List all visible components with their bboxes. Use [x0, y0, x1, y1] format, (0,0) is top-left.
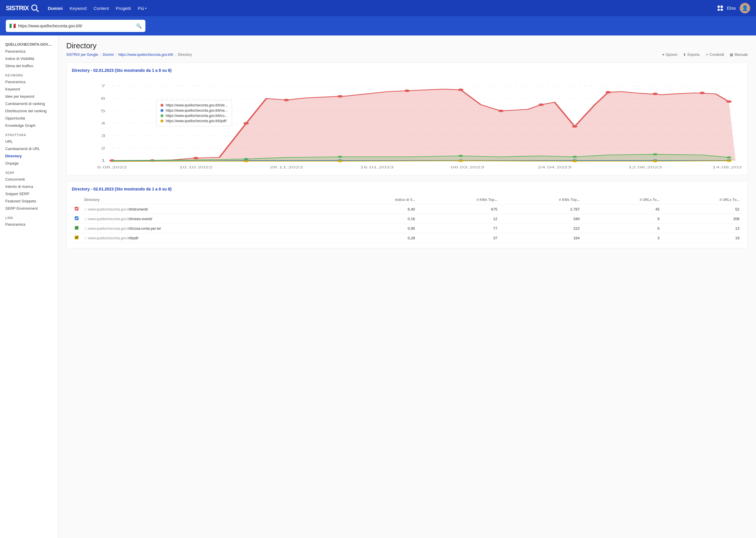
- th-kws1[interactable]: # KWs Top...: [418, 195, 500, 204]
- data-table: Directory Indice di V... # KWs Top... # …: [72, 195, 742, 243]
- th-urls2[interactable]: # URLs To...: [662, 195, 742, 204]
- cell-checkbox-3[interactable]: [72, 233, 81, 243]
- sidebar-item-snippet-serp[interactable]: Snippet SERP: [0, 190, 58, 197]
- sidebar-item-serp-env[interactable]: SERP Environment: [0, 205, 58, 212]
- th-urls1[interactable]: # URLs To...: [582, 195, 662, 204]
- sidebar-section-serp: SERP: [0, 167, 58, 176]
- main-layout: QUELLOCHECONTA.GOV.... Panoramica Indice…: [0, 35, 756, 538]
- svg-text:24.04.2023: 24.04.2023: [538, 165, 571, 169]
- table-body: ⬡ www.quellocheconta.gov.it/it/strumenti…: [72, 204, 742, 243]
- svg-line-1: [36, 10, 38, 12]
- sidebar-item-stima[interactable]: Stima del traffico: [0, 62, 58, 70]
- breadcrumb-url[interactable]: https://www.quellocheconta.gov.it/it/: [118, 53, 173, 57]
- svg-point-28: [243, 122, 249, 125]
- nav-domini[interactable]: Domini: [48, 6, 63, 11]
- breadcrumb-sistrix[interactable]: SISTRIX per Google: [66, 53, 98, 57]
- legend-label-blue: https://www.quellocheconta.gov.it/it/ne.…: [166, 108, 228, 113]
- sidebar-item-cambiamenti-url[interactable]: Cambiamenti di URL: [0, 145, 58, 152]
- main-content: Directory SISTRIX per Google › Domini › …: [58, 35, 756, 538]
- th-kws2[interactable]: # KWs Top...: [500, 195, 582, 204]
- cell-indice-2: 0,95: [337, 224, 418, 233]
- action-opzioni[interactable]: ▾ Opzioni: [662, 53, 678, 57]
- search-input[interactable]: [18, 24, 134, 28]
- sidebar-item-cambiamenti-ranking[interactable]: Cambiamenti di ranking: [0, 100, 58, 107]
- action-esporta[interactable]: ⬇ Esporta: [683, 53, 699, 57]
- cell-kws2-2: 222: [500, 224, 582, 233]
- sidebar-item-indice[interactable]: Indice di Visibilità: [0, 55, 58, 62]
- sidebar-item-keyword[interactable]: Keyword: [0, 85, 58, 93]
- cell-urls2-3: 19: [662, 233, 742, 243]
- avatar[interactable]: 👤: [740, 3, 750, 13]
- svg-text:4: 4: [101, 121, 105, 125]
- checkbox-3[interactable]: [75, 236, 78, 239]
- breadcrumb-domini[interactable]: Domini: [103, 53, 113, 57]
- cell-urls1-0: 45: [582, 204, 662, 214]
- sidebar-item-panoramica-kw[interactable]: Panoramica: [0, 78, 58, 85]
- table-section: Directory - 02.01.2023 (Sto mostrando da…: [66, 181, 748, 248]
- table-row: ⬡ www.quellocheconta.gov.it/it/strumenti…: [72, 204, 742, 214]
- sidebar-item-panoramica-link[interactable]: Panoramica: [0, 221, 58, 228]
- th-directory[interactable]: Directory: [81, 195, 337, 204]
- legend-dot-red: [161, 104, 163, 107]
- cell-checkbox-0[interactable]: [72, 204, 81, 214]
- chart-title: Directory - 02.01.2023 (Sto mostrando da…: [72, 68, 742, 73]
- svg-point-46: [727, 156, 731, 158]
- svg-text:06.03.2023: 06.03.2023: [451, 165, 484, 169]
- th-indice[interactable]: Indice di V...: [337, 195, 418, 204]
- cell-indice-1: 0,16: [337, 214, 418, 224]
- svg-text:8.08.2022: 8.08.2022: [97, 165, 127, 169]
- action-manuale[interactable]: ▦ Manuale: [730, 53, 748, 57]
- breadcrumb-actions: ▾ Opzioni ⬇ Esporta ↗ Condividi ▦ Manual…: [662, 53, 748, 57]
- checkbox-0[interactable]: [75, 207, 78, 211]
- cell-dir-3: ⬡ www.quellocheconta.gov.it/it/pdf/: [81, 233, 337, 243]
- sidebar-item-opportunita[interactable]: Opportunità: [0, 115, 58, 122]
- country-flag: 🇮🇹: [9, 23, 16, 29]
- legend-dot-green: [161, 114, 163, 117]
- sidebar-item-idee[interactable]: Idee per keyword: [0, 93, 58, 100]
- logo-icon: [30, 4, 39, 13]
- legend-item-green: https://www.quellocheconta.gov.it/it/co.…: [161, 114, 228, 118]
- cell-indice-0: 6,40: [337, 204, 418, 214]
- grid-icon[interactable]: [718, 6, 723, 11]
- nav-content[interactable]: Content: [94, 6, 109, 11]
- sidebar-item-panoramica-top[interactable]: Panoramica: [0, 48, 58, 55]
- sidebar-item-knowledge-graph[interactable]: Knowledge Graph: [0, 122, 58, 129]
- search-bar: 🇮🇹 🔍: [6, 20, 145, 32]
- sidebar-item-featured-snippets[interactable]: Featured Snippets: [0, 197, 58, 205]
- cell-dir-2: ⬡ www.quellocheconta.gov.it/it/cosa-cont…: [81, 224, 337, 233]
- sidebar-item-url[interactable]: URL: [0, 138, 58, 145]
- breadcrumb: SISTRIX per Google › Domini › https://ww…: [66, 53, 748, 57]
- svg-point-29: [284, 99, 289, 101]
- search-bar-wrap: 🇮🇹 🔍: [0, 16, 756, 35]
- cell-urls1-3: 3: [582, 233, 662, 243]
- legend-dot-yellow: [161, 120, 163, 123]
- sidebar-section-struttura: STRUTTURA: [0, 129, 58, 138]
- cell-checkbox-1[interactable]: [72, 214, 81, 224]
- nav-piu[interactable]: Più ▾: [138, 6, 147, 11]
- cell-kws2-1: 340: [500, 214, 582, 224]
- sidebar-item-onpage[interactable]: Onpage: [0, 160, 58, 167]
- cell-dir-1: ⬡ www.quellocheconta.gov.it/it/news-even…: [81, 214, 337, 224]
- cell-dir-0: ⬡ www.quellocheconta.gov.it/it/strumenti…: [81, 204, 337, 214]
- sidebar-item-intento[interactable]: Intento di ricerca: [0, 183, 58, 190]
- sidebar-item-directory[interactable]: Directory: [0, 152, 58, 160]
- checkbox-1[interactable]: [75, 216, 78, 220]
- nav-keyword[interactable]: Keyword: [70, 6, 86, 11]
- svg-point-27: [193, 157, 198, 159]
- svg-text:12.06.2023: 12.06.2023: [629, 165, 662, 169]
- svg-point-32: [458, 89, 463, 91]
- legend-item-blue: https://www.quellocheconta.gov.it/it/ne.…: [161, 108, 228, 113]
- svg-point-31: [404, 89, 410, 92]
- checkbox-2[interactable]: [75, 226, 78, 230]
- cell-urls1-2: 6: [582, 224, 662, 233]
- svg-point-54: [337, 160, 342, 162]
- nav-progetti[interactable]: Progetti: [116, 6, 131, 11]
- svg-point-56: [572, 160, 577, 162]
- action-condividi[interactable]: ↗ Condividi: [705, 53, 724, 57]
- sidebar-item-concorrenti[interactable]: Concorrenti: [0, 176, 58, 183]
- svg-text:5: 5: [101, 109, 105, 113]
- cell-checkbox-2[interactable]: [72, 224, 81, 233]
- sidebar-item-distribuzione[interactable]: Distribuzione dei ranking: [0, 107, 58, 115]
- svg-point-30: [337, 95, 342, 98]
- search-icon[interactable]: 🔍: [136, 23, 142, 29]
